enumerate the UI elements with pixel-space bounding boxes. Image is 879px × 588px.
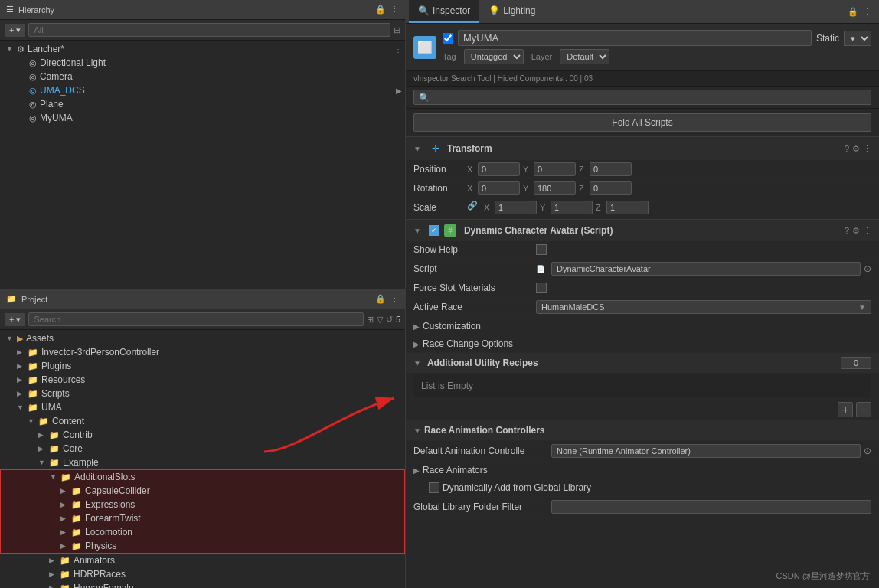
project-lock-icon[interactable]: 🔒 xyxy=(375,294,386,304)
project-refresh-icon[interactable]: ↺ xyxy=(386,315,393,325)
list-remove-button[interactable]: − xyxy=(856,402,871,417)
transform-header[interactable]: ▼ ✛ Transform ? ⚙ ⋮ xyxy=(406,137,879,160)
default-anim-input[interactable] xyxy=(551,444,861,458)
hierarchy-item-plane[interactable]: ◎ Plane xyxy=(0,97,405,111)
active-race-dropdown[interactable]: HumanMaleDCS ▼ xyxy=(536,300,871,314)
default-anim-label: Default Animation Controlle xyxy=(413,446,551,456)
transform-settings-icon[interactable]: ⚙ xyxy=(852,144,860,154)
hierarchy-item-directional-light[interactable]: ◎ Directional Light xyxy=(0,56,405,70)
capsule-icon: 📁 xyxy=(71,486,82,496)
project-item-uma[interactable]: ▼ 📁 UMA xyxy=(0,400,405,414)
contrib-label: Contrib xyxy=(63,430,93,440)
project-item-core[interactable]: ▶ 📁 Core xyxy=(0,442,405,456)
rotation-z-input[interactable] xyxy=(590,181,632,195)
animators-icon: 📁 xyxy=(60,556,70,566)
position-x-input[interactable] xyxy=(478,162,520,176)
dca-settings-icon[interactable]: ⚙ xyxy=(852,226,860,236)
dynamic-add-checkbox[interactable] xyxy=(429,482,440,493)
project-item-content[interactable]: ▼ 📁 Content xyxy=(0,414,405,428)
fold-all-button[interactable]: Fold All Scripts xyxy=(413,113,871,132)
dca-more-icon[interactable]: ⋮ xyxy=(863,226,871,236)
project-item-plugins[interactable]: ▶ 📁 Plugins xyxy=(0,359,405,373)
script-target-icon[interactable]: ⊙ xyxy=(864,263,871,274)
project-view-icon[interactable]: ⊞ xyxy=(367,315,374,325)
layer-dropdown[interactable]: Default xyxy=(560,49,609,64)
scale-y-input[interactable] xyxy=(551,201,593,214)
dca-help-icon[interactable]: ? xyxy=(845,226,849,236)
rotation-x-letter: X xyxy=(467,184,476,193)
show-help-checkbox[interactable] xyxy=(536,244,547,255)
project-item-scripts[interactable]: ▶ 📁 Scripts xyxy=(0,387,405,400)
project-item-contrib[interactable]: ▶ 📁 Contrib xyxy=(0,428,405,442)
hierarchy-add-button[interactable]: + ▾ xyxy=(5,24,25,37)
additional-slots-icon: 📁 xyxy=(60,472,71,482)
project-filter-icon[interactable]: ▽ xyxy=(377,315,383,325)
gameobject-name-input[interactable] xyxy=(458,30,812,46)
project-item-capsule[interactable]: ▶ 📁 CapsuleCollider xyxy=(0,484,405,498)
inspector-more-icon[interactable]: ⋮ xyxy=(863,7,871,17)
project-search-input[interactable] xyxy=(28,312,363,326)
scripts-icon: 📁 xyxy=(28,389,38,399)
hierarchy-search-input[interactable] xyxy=(28,23,390,37)
project-item-example[interactable]: ▼ 📁 Example xyxy=(0,456,405,469)
hierarchy-item-lancher[interactable]: ▼ ⚙ Lancher* ⋮ xyxy=(0,42,405,56)
scale-z-letter: Z xyxy=(596,203,605,212)
project-item-resources[interactable]: ▶ 📁 Resources xyxy=(0,373,405,387)
active-race-arrow: ▼ xyxy=(858,303,866,312)
recipes-count-input[interactable] xyxy=(841,357,871,369)
position-x-letter: X xyxy=(467,165,476,174)
static-dropdown[interactable]: ▾ xyxy=(844,31,871,46)
scale-xyz-group: 🔗 X Y Z xyxy=(467,201,871,214)
list-add-button[interactable]: + xyxy=(838,402,853,417)
project-item-hdrp[interactable]: ▶ 📁 HDRPRaces xyxy=(0,567,405,581)
transform-comp-buttons: ? ⚙ ⋮ xyxy=(845,144,871,154)
tab-lighting[interactable]: 💡 Lighting xyxy=(479,0,544,23)
project-item-physics[interactable]: ▶ 📁 Physics xyxy=(0,539,405,554)
tag-dropdown[interactable]: Untagged xyxy=(464,49,524,64)
lighting-icon: 💡 xyxy=(489,5,500,16)
default-anim-target-icon[interactable]: ⊙ xyxy=(864,446,871,456)
hierarchy-item-uma-dcs[interactable]: ◎ UMA_DCS ▶ xyxy=(0,83,405,97)
project-item-additional-slots[interactable]: ▼ 📁 AdditionalSlots xyxy=(0,469,405,484)
project-item-expressions[interactable]: ▶ 📁 Expressions xyxy=(0,498,405,511)
project-item-humanfemale[interactable]: ▶ 📁 HumanFemale xyxy=(0,581,405,588)
rotation-x-input[interactable] xyxy=(478,181,520,195)
hierarchy-content: ▼ ⚙ Lancher* ⋮ ◎ Directional Light ◎ xyxy=(0,41,405,289)
camera-label: Camera xyxy=(40,71,73,82)
dca-checkbox[interactable]: ✓ xyxy=(429,225,440,236)
rotation-y-input[interactable] xyxy=(534,181,576,195)
scale-x-input[interactable] xyxy=(495,201,537,214)
transform-more-icon[interactable]: ⋮ xyxy=(863,144,871,154)
project-add-button[interactable]: + ▾ xyxy=(5,313,25,326)
example-label: Example xyxy=(63,457,99,468)
project-item-animators[interactable]: ▶ 📁 Animators xyxy=(0,554,405,567)
position-z-input[interactable] xyxy=(590,162,632,176)
transform-title: Transform xyxy=(447,143,840,154)
hierarchy-item-camera[interactable]: ◎ Camera xyxy=(0,70,405,83)
project-item-forearm[interactable]: ▶ 📁 ForearmTwist xyxy=(0,511,405,525)
project-more-icon[interactable]: ⋮ xyxy=(390,294,399,304)
lancher-settings-icon[interactable]: ⋮ xyxy=(394,45,402,54)
script-input[interactable] xyxy=(551,262,861,276)
project-content: ▼ ▶ Assets ▶ 📁 Invector-3rdPersonControl… xyxy=(0,330,405,588)
dynamic-avatar-header[interactable]: ▼ ✓ # Dynamic Character Avatar (Script) … xyxy=(406,220,879,241)
scale-z-input[interactable] xyxy=(606,201,649,214)
locomotion-label: Locomotion xyxy=(85,527,132,537)
project-item-invector[interactable]: ▶ 📁 Invector-3rdPersonController xyxy=(0,345,405,359)
hierarchy-item-myuma[interactable]: ◎ MyUMA xyxy=(0,111,405,125)
global-filter-input[interactable] xyxy=(551,500,871,514)
scripts-label: Scripts xyxy=(41,388,70,399)
gameobject-active-checkbox[interactable] xyxy=(443,33,453,44)
inspector-search-input[interactable] xyxy=(413,90,871,105)
force-slot-checkbox[interactable] xyxy=(536,283,547,293)
inspector-lock-icon[interactable]: 🔒 xyxy=(848,7,858,17)
more-icon[interactable]: ⋮ xyxy=(390,5,399,15)
position-y-input[interactable] xyxy=(534,162,576,176)
lock-icon[interactable]: 🔒 xyxy=(375,5,386,15)
project-item-locomotion[interactable]: ▶ 📁 Locomotion xyxy=(0,525,405,539)
tab-inspector[interactable]: 🔍 Inspector xyxy=(409,0,479,23)
project-item-assets[interactable]: ▼ ▶ Assets xyxy=(0,332,405,345)
transform-help-icon[interactable]: ? xyxy=(845,144,849,154)
hierarchy-view-icon[interactable]: ⊞ xyxy=(394,25,400,35)
hdrp-label: HDRPRaces xyxy=(74,569,126,580)
